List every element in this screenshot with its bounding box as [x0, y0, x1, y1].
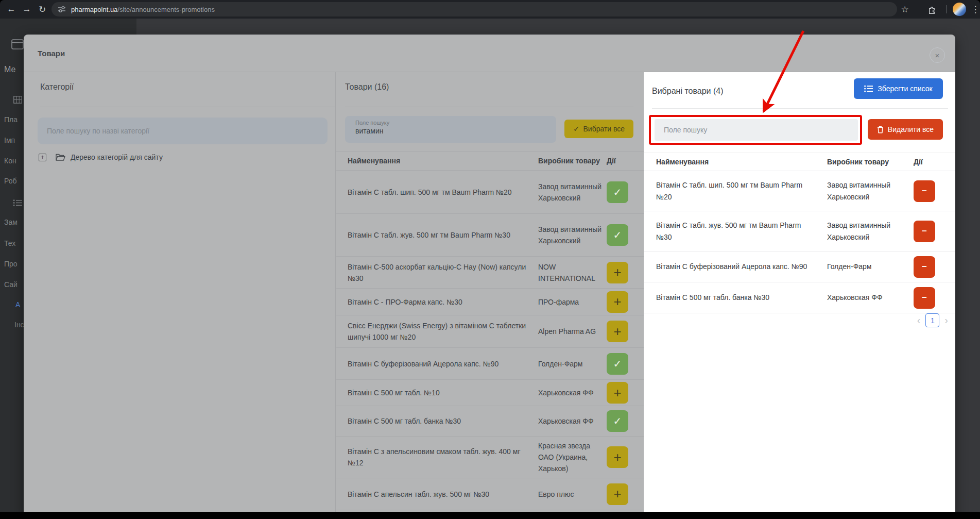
sidebar-menu-header: Ме [4, 65, 15, 74]
col-header-actions: Дії [607, 157, 632, 165]
divider [345, 107, 633, 107]
col-header-manufacturer: Виробник товару [827, 156, 909, 168]
refresh-icon[interactable]: ↻ [35, 0, 49, 19]
toggle-product-button[interactable]: + [607, 291, 628, 313]
products-modal: Товари × Категорії + Дерево категорій дл… [24, 35, 955, 519]
pagination-next-icon[interactable]: › [944, 314, 948, 326]
toggle-product-button[interactable]: + [607, 321, 628, 342]
product-name: Вітамін С - ПРО-Фарма капс. №30 [348, 296, 534, 308]
products-title: Товари (16) [345, 82, 389, 92]
product-name: Вітамін С апельсин табл. жув. 500 мг №30 [348, 489, 534, 500]
sidebar-item-active[interactable]: А [15, 300, 20, 309]
toggle-product-button[interactable]: ✓ [607, 224, 628, 246]
trash-icon [877, 126, 884, 133]
toggle-product-button[interactable]: + [607, 262, 628, 283]
extensions-icon[interactable] [924, 0, 939, 19]
screen: ← → ↻ pharmapoint.ua/site/announcements-… [0, 0, 980, 519]
toggle-product-button[interactable]: + [607, 382, 628, 404]
table-row: Вітамін С апельсин табл. жув. 500 мг №30… [336, 478, 644, 510]
delete-all-label: Видалити все [888, 125, 934, 133]
remove-product-button[interactable]: − [914, 180, 935, 202]
select-all-button[interactable]: ✓ Вибрати все [564, 120, 633, 138]
grid-icon [13, 96, 22, 104]
col-header-name: Найменування [656, 156, 811, 168]
forward-icon[interactable]: → [20, 0, 34, 19]
product-name: Вітамін С буферізований Ацерола капс. №9… [656, 261, 811, 273]
toggle-product-button[interactable]: + [607, 446, 628, 468]
table-row: Вітамін С табл. жув. 500 мг тм Baum Phar… [336, 214, 644, 257]
categories-column: Категорії + Дерево категорій для сайту [24, 72, 336, 519]
sidebar-item[interactable]: Пла [4, 115, 18, 124]
col-header-name: Найменування [348, 155, 534, 166]
divider [40, 107, 335, 107]
product-name: Вітамін С 500 мг табл. №10 [348, 387, 534, 398]
selected-products-panel: Вибрані товари (4) Зберегти список [644, 72, 955, 519]
product-manufacturer: Красная звезда ОАО (Украина, Харьков) [538, 440, 603, 474]
selected-table-header: Найменування Виробник товару Дії [644, 153, 955, 171]
product-manufacturer: Голден-Фарм [827, 261, 909, 273]
delete-all-button[interactable]: Видалити все [868, 119, 943, 140]
table-row: Вітамін С-500 аскорбат кальцію-С Нау (No… [336, 257, 644, 289]
modal-header: Товари × [24, 35, 955, 72]
products-table-header: Найменування Виробник товару Дії [336, 151, 644, 171]
table-row: Вітамін С табл. шип. 500 мг тм Baum Phar… [336, 171, 644, 214]
toggle-product-button[interactable]: ✓ [607, 353, 628, 375]
sidebar-item[interactable]: Сай [4, 280, 18, 289]
product-manufacturer: Завод витаминный Харьковский [827, 220, 909, 243]
product-search-input[interactable] [355, 127, 546, 135]
product-manufacturer: Завод витаминный Харьковский [538, 224, 603, 246]
url-domain: pharmapoint.ua [71, 6, 117, 13]
col-header-actions: Дії [914, 158, 939, 166]
table-row: Вітамін С табл. шип. 500 мг тм Baum Phar… [644, 171, 955, 211]
selected-title: Вибрані товари (4) [652, 87, 724, 96]
browser-menu-icon[interactable]: ⋮ [968, 0, 980, 19]
sidebar-item[interactable]: Зам [4, 218, 18, 226]
site-settings-icon[interactable] [58, 5, 66, 13]
sidebar-item[interactable]: Кон [4, 157, 16, 165]
remove-product-button[interactable]: − [914, 256, 935, 278]
save-list-button[interactable]: Зберегти список [854, 78, 943, 99]
back-icon[interactable]: ← [4, 0, 19, 19]
remove-product-button[interactable]: − [914, 287, 935, 309]
toggle-product-button[interactable]: + [607, 483, 628, 505]
browser-toolbar: ← → ↻ pharmapoint.ua/site/announcements-… [0, 0, 980, 19]
table-row: Вітамін С табл. жув. 500 мг тм Baum Phar… [644, 211, 955, 252]
sidebar-item[interactable]: Імп [4, 136, 15, 144]
product-name: Свісс Енерджи (Swiss Energy) з вітаміном… [348, 320, 534, 343]
screen-bottom-edge [0, 512, 980, 519]
pagination-page-1[interactable]: 1 [925, 313, 939, 327]
toggle-product-button[interactable]: ✓ [607, 410, 628, 432]
products-table: Найменування Виробник товару Дії Вітамін… [336, 151, 644, 510]
selected-search-input[interactable] [655, 119, 858, 141]
category-tree-label[interactable]: Дерево категорій для сайту [71, 153, 163, 161]
product-search-field-wrap: Поле пошуку [345, 116, 556, 143]
product-manufacturer: Голден-Фарм [538, 358, 603, 370]
product-name: Вітамін С табл. жув. 500 мг тм Baum Phar… [656, 220, 811, 243]
table-row: Вітамін С 500 мг табл. банка №30 Харьков… [644, 282, 955, 313]
product-name: Вітамін С табл. шип. 500 мг тм Baum Phar… [656, 179, 811, 203]
profile-avatar[interactable] [953, 3, 966, 16]
product-name: Вітамін С табл. жув. 500 мг тм Baum Phar… [348, 229, 534, 241]
selected-table: Найменування Виробник товару Дії Вітамін… [644, 153, 955, 313]
address-bar[interactable]: pharmapoint.ua/site/announcements-promot… [51, 2, 897, 16]
table-row: Вітамін С 500 мг табл. №10 Харьковская Ф… [336, 380, 644, 406]
category-tree-item: + Дерево категорій для сайту [39, 150, 163, 164]
products-column: Товари (16) Поле пошуку ✓ Вибрати все На… [336, 72, 644, 519]
sidebar-item[interactable]: Тех [4, 239, 15, 247]
expand-icon[interactable]: + [39, 154, 46, 161]
sidebar-item[interactable]: Роб [4, 177, 17, 185]
close-icon[interactable]: × [930, 47, 945, 63]
pagination-prev-icon[interactable]: ‹ [917, 314, 921, 326]
list-icon [864, 85, 873, 92]
product-manufacturer: ПРО-фарма [538, 296, 603, 308]
remove-product-button[interactable]: − [914, 221, 935, 242]
app-logo-icon [11, 39, 24, 49]
category-search-input[interactable] [38, 118, 328, 144]
select-all-label: Вибрати все [583, 125, 625, 133]
product-name: Вітамін С табл. шип. 500 мг тм Baum Phar… [348, 187, 534, 198]
product-name: Вітамін С 500 мг табл. банка №30 [656, 292, 811, 304]
bookmark-star-icon[interactable]: ☆ [898, 0, 912, 19]
product-manufacturer: Alpen Pharma AG [538, 326, 603, 337]
sidebar-item[interactable]: Про [4, 260, 18, 268]
toggle-product-button[interactable]: ✓ [607, 181, 628, 203]
